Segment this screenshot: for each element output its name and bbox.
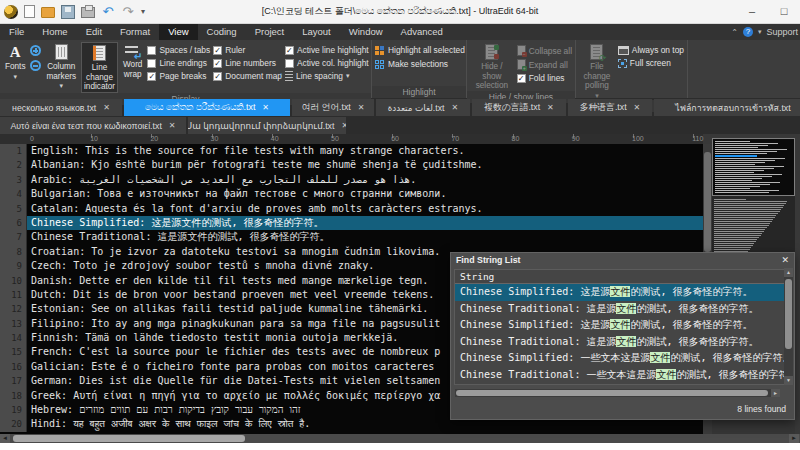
tab-close-icon[interactable]: ✕: [452, 103, 459, 112]
menu-item-format[interactable]: Format: [111, 24, 159, 40]
scroll-down-icon[interactable]: ▼: [784, 376, 793, 385]
scrollbar-thumb[interactable]: [785, 279, 792, 349]
scrollbar-thumb[interactable]: [456, 390, 768, 396]
ruler-number: 70: [451, 135, 459, 142]
menu-item-layout[interactable]: Layout: [293, 24, 340, 40]
tab-close-icon[interactable]: ✕: [358, 103, 365, 112]
ribbon-checkbox-line-numbers[interactable]: ✓Line numbers: [213, 58, 282, 68]
highlight-all-selected-button[interactable]: Highlight all selected: [375, 45, 463, 55]
menu-item-project[interactable]: Project: [246, 24, 294, 40]
menu-item-home[interactable]: Home: [33, 24, 76, 40]
minimize-button[interactable]: –: [736, 0, 768, 24]
tab-close-icon[interactable]: ✕: [634, 103, 641, 112]
zoom-in-icon[interactable]: [30, 45, 41, 56]
ribbon-checkbox-ruler[interactable]: ✓Ruler: [213, 45, 282, 55]
close-icon[interactable]: ✕: [781, 255, 789, 265]
zoom-out-icon[interactable]: [30, 60, 41, 71]
dialog-title-bar[interactable]: Find String List ✕: [451, 253, 794, 267]
scroll-right-icon[interactable]: ►: [771, 389, 780, 397]
ribbon-checkbox-active-line-highlight[interactable]: ✓Active line highlight: [285, 45, 369, 55]
always-on-top-button[interactable]: Always on top: [618, 45, 684, 55]
scroll-up-icon[interactable]: ▲: [784, 268, 793, 277]
collapse-all-button: − Collapse all: [517, 45, 572, 56]
line-change-indicator-button[interactable]: Line change indicator: [81, 42, 118, 93]
save-icon[interactable]: [61, 5, 75, 19]
editor-line[interactable]: 5Catalan: Aquesta és la font d'arxiu de …: [0, 202, 703, 216]
dialog-vertical-scrollbar[interactable]: ▲ ▼: [784, 268, 793, 385]
new-file-icon[interactable]: [24, 5, 35, 18]
scrollbar-thumb[interactable]: [13, 435, 245, 442]
document-map-active-line: [715, 155, 757, 157]
fold-lines-checkbox[interactable]: ✓ Fold lines: [517, 73, 572, 83]
file-tab[interactable]: لغات متعددة.txt✕: [376, 99, 470, 116]
find-result-row[interactable]: Chinese Traditional: 一些文本這是源文件的測試, 很多奇怪的…: [455, 367, 790, 384]
editor-line[interactable]: 1English: This is the source for file te…: [0, 144, 703, 158]
collapse-ribbon-icon[interactable]: ⌃: [731, 28, 738, 37]
string-column-header[interactable]: String: [455, 270, 790, 284]
dialog-horizontal-scrollbar[interactable]: ►: [455, 389, 780, 397]
find-result-row[interactable]: Chinese Simplified: 这是源文件的测试, 很多奇怪的字符。: [455, 284, 790, 301]
scroll-right-icon[interactable]: ►: [789, 434, 799, 443]
find-result-row[interactable]: Chinese Simplified: 一些文本这是源文件的测试, 很多奇怪的字…: [455, 350, 790, 367]
tab-close-icon[interactable]: ✕: [341, 121, 346, 130]
redo-icon[interactable]: ↷: [121, 5, 135, 19]
editor-line[interactable]: 3Arabic: هذا هو مصدر للملف التجارب مع ال…: [0, 173, 703, 187]
file-tab[interactable]: 여러 언어.txt✕: [292, 99, 374, 116]
ultraedit-logo-icon[interactable]: [4, 5, 18, 19]
document-map-viewport[interactable]: [712, 138, 795, 196]
file-tab[interactable]: Αυτό είναι ένα τεστ που κωδικοποιεί.txt✕: [0, 117, 186, 134]
tab-close-icon[interactable]: ✕: [262, 103, 269, 112]
ribbon-checkbox-active-col-highlight[interactable]: Active col. highlight: [285, 58, 369, 68]
help-icon[interactable]: ?: [743, 27, 753, 37]
ribbon-checkbox-document-map[interactable]: ✓Document map: [213, 71, 282, 81]
file-tab[interactable]: несколько языков.txt✕: [0, 99, 122, 116]
support-link[interactable]: Support: [766, 27, 798, 37]
find-result-row[interactable]: Chinese Traditional: 這是源文件的測試, 很多奇怪的字符。: [455, 301, 790, 318]
ribbon-checkbox-line-endings[interactable]: Line endings: [147, 58, 210, 68]
tab-close-icon[interactable]: ✕: [103, 103, 110, 112]
open-folder-icon[interactable]: [41, 7, 55, 18]
line-spacing-dropdown[interactable]: Line spacing▾: [285, 71, 369, 81]
help-dropdown-icon[interactable]: ▾: [758, 28, 762, 36]
ribbon-checkbox-page-breaks[interactable]: ✓Page breaks: [147, 71, 210, 81]
expand-all-button: + Expand all: [517, 59, 572, 70]
line-text: Chinese Traditional: 這是源文件的測試, 很多奇怪的字符。: [27, 230, 329, 244]
editor-line[interactable]: 7Chinese Traditional: 這是源文件的測試, 很多奇怪的字符。: [0, 230, 703, 244]
find-result-row[interactable]: Chinese Traditional: 這是源文件的測試, 很多奇怪的字符。: [455, 334, 790, 351]
file-tab[interactable]: 複数の言語.txt✕: [472, 99, 566, 116]
scrollbar-thumb[interactable]: [704, 152, 711, 252]
menu-item-file[interactable]: File: [0, 24, 33, 40]
menu-item-coding[interactable]: Coding: [198, 24, 246, 40]
column-markers-button[interactable]: Column markers ▾: [44, 42, 78, 93]
menu-item-advanced[interactable]: Advanced: [392, 24, 452, 40]
find-results-list[interactable]: String Chinese Simplified: 这是源文件的测试, 很多奇…: [454, 269, 791, 385]
fonts-button[interactable]: A Fonts ▾: [3, 42, 27, 93]
editor-line[interactable]: 4Bulgarian: Това е източникът на файл те…: [0, 187, 703, 201]
tab-close-icon[interactable]: ✕: [169, 121, 176, 130]
editor-line[interactable]: 6Chinese Simplified: 这是源文件的测试, 很多奇怪的字符。: [0, 216, 703, 230]
checkbox-label: Active col. highlight: [297, 58, 369, 68]
document-map-bar: [715, 149, 787, 150]
editor-horizontal-scrollbar[interactable]: ◄ ►: [0, 434, 800, 443]
tab-close-icon[interactable]: ✕: [547, 103, 554, 112]
display-checkbox-column-3: ✓Active line highlightActive col. highli…: [285, 42, 369, 93]
document-map-bar: [714, 223, 770, 224]
menu-item-edit[interactable]: Edit: [77, 24, 111, 40]
ribbon-checkbox-spaces-tabs[interactable]: Spaces / tabs: [147, 45, 210, 55]
file-tab[interactable]: 多种语言.txt✕: [568, 99, 652, 116]
menu-item-view[interactable]: View: [159, 24, 197, 40]
make-selections-button[interactable]: Make selections: [375, 59, 463, 69]
file-tab[interactable]: ไฟล์การทดสอบการเข้ารหัส.txt: [654, 99, 800, 116]
maximize-button[interactable]: □: [768, 0, 800, 24]
file-tab[interactable]: මෙය කේතන පරීක්ෂණයකි.txt✕: [124, 99, 290, 116]
menu-item-window[interactable]: Window: [340, 24, 392, 40]
editor-line[interactable]: 2Albanian: Kjo është burim për fotografi…: [0, 158, 703, 172]
word-wrap-button[interactable]: Word wrap: [121, 42, 144, 93]
file-tab[interactable]: Սա կոդավորում փորձարկում.txt✕: [188, 117, 346, 134]
full-screen-button[interactable]: Full screen: [618, 58, 684, 68]
find-result-row[interactable]: Chinese Simplified: 这是源文件的测试, 很多奇怪的字符。: [455, 317, 790, 334]
print-icon[interactable]: [81, 7, 95, 18]
scroll-left-icon[interactable]: ◄: [0, 434, 10, 443]
undo-icon[interactable]: ↶: [101, 5, 115, 19]
quick-access-dropdown-icon[interactable]: ▾: [141, 7, 145, 16]
